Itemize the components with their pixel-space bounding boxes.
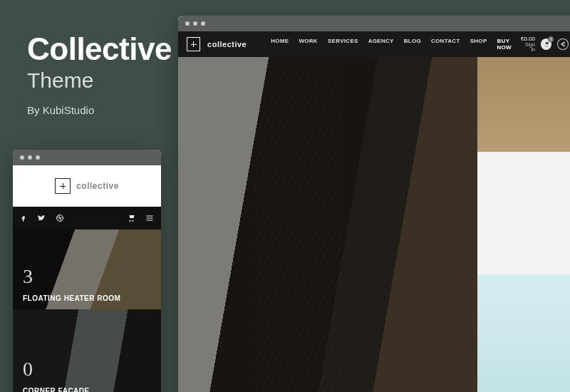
mobile-body: collective 3 FLOATING HEATER RO [13,165,161,392]
portfolio-card[interactable]: 3 FLOATING HEATER ROOM [13,229,161,309]
hero-area [178,57,570,392]
share-icon [560,41,566,47]
cart-icon[interactable] [127,214,135,222]
window-dot [201,21,205,26]
dribbble-icon[interactable] [56,214,64,222]
logo-icon[interactable] [187,37,200,51]
side-thumb-2[interactable] [477,152,570,274]
nav-home[interactable]: HOME [271,38,289,51]
cart-badge: 0 [548,36,554,42]
nav-buy-now[interactable]: BUY NOW [497,38,513,51]
mobile-icon-bar [13,207,161,229]
card-title: FLOATING HEATER ROOM [23,294,120,302]
nav-services[interactable]: SERVICES [328,38,358,51]
facebook-icon[interactable] [20,214,27,222]
mobile-preview-frame: collective 3 FLOATING HEATER RO [13,150,161,392]
window-dot [193,21,197,26]
card-overlay [13,309,161,392]
mobile-logo-bar: collective [13,165,161,207]
share-button[interactable] [557,38,569,50]
window-dot [20,155,24,160]
promo-header: Collective Theme By KubiStudio [27,31,172,116]
nav-work[interactable]: WORK [299,38,318,51]
window-dot [36,155,40,160]
cart-total: €0.00 [520,36,535,42]
nav-agency[interactable]: AGENCY [368,38,394,51]
portfolio-card[interactable]: 0 CORNER FACADE [13,309,161,392]
account-area: €0.00 Sign In 0 [520,36,569,52]
logo-icon[interactable] [55,178,71,194]
price-block: €0.00 Sign In [520,36,535,52]
menu-icon[interactable] [145,214,154,222]
nav-contact[interactable]: CONTACT [431,38,460,51]
desktop-preview-frame: collective HOME WORK SERVICES AGENCY BLO… [178,16,570,392]
theme-subtitle: Theme [27,68,172,93]
window-dot [28,155,32,160]
card-title: CORNER FACADE [23,387,90,392]
window-titlebar [178,16,570,31]
signin-link[interactable]: Sign In [520,42,535,52]
twitter-icon[interactable] [37,214,46,222]
site-header: collective HOME WORK SERVICES AGENCY BLO… [178,31,570,57]
cart-button[interactable]: 0 [541,38,551,50]
main-nav: HOME WORK SERVICES AGENCY BLOG CONTACT S… [271,38,513,51]
window-titlebar [13,150,161,165]
side-thumb-1[interactable] [477,57,570,152]
window-dot [185,21,190,26]
brand-text: collective [76,181,119,191]
brand-text: collective [207,40,247,48]
desktop-body: collective HOME WORK SERVICES AGENCY BLO… [178,31,570,392]
hero-main-image[interactable] [178,57,477,392]
hero-overlay-texture [253,57,343,392]
nav-blog[interactable]: BLOG [404,38,421,51]
card-number: 0 [23,358,33,381]
hero-side-column [477,57,570,392]
theme-byline: By KubiStudio [27,104,172,116]
card-number: 3 [23,265,33,288]
theme-title: Collective [27,31,172,67]
side-thumb-3[interactable] [477,274,570,392]
nav-shop[interactable]: SHOP [470,38,487,51]
cart-icon [544,41,549,47]
